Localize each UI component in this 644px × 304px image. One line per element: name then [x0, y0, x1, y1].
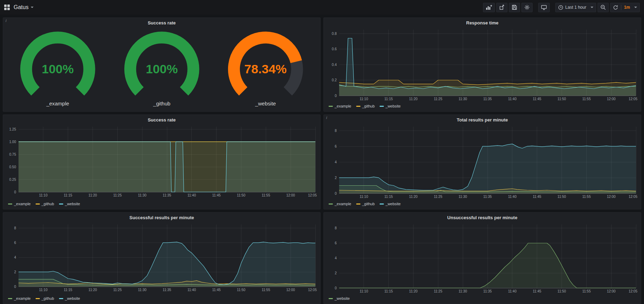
svg-text:11:15: 11:15 [64, 193, 73, 197]
svg-text:11:25: 11:25 [434, 97, 442, 101]
svg-text:12:05: 12:05 [308, 288, 317, 292]
svg-text:11:45: 11:45 [533, 289, 542, 293]
legend-item-_github[interactable]: _github [356, 202, 375, 206]
gauge-_website: 78.34%_website [216, 29, 315, 108]
share-icon [499, 5, 505, 10]
save-dashboard-button[interactable] [509, 3, 520, 12]
refresh-button[interactable]: 1m [610, 3, 640, 12]
svg-text:11:15: 11:15 [385, 97, 393, 101]
legend-item-_website[interactable]: _website [380, 202, 401, 206]
panel-title[interactable]: Success rate [6, 19, 317, 27]
chart-area[interactable]: 0246811:1011:1511:2011:2511:3011:3511:40… [327, 222, 638, 295]
svg-text:12:05: 12:05 [308, 193, 317, 197]
svg-text:12:00: 12:00 [286, 288, 295, 292]
svg-text:12:00: 12:00 [607, 289, 616, 293]
legend-item-_example[interactable]: _example [8, 202, 31, 206]
svg-text:11:10: 11:10 [39, 193, 48, 197]
svg-text:11:50: 11:50 [557, 289, 566, 293]
zoom-out-button[interactable] [598, 3, 609, 12]
svg-text:11:45: 11:45 [533, 97, 542, 101]
chart-area[interactable]: 00.250.500.751.001.2511:1011:1511:2011:2… [6, 124, 317, 201]
svg-text:0.50: 0.50 [9, 165, 16, 169]
panel-title[interactable]: Response time [327, 19, 638, 27]
svg-text:11:35: 11:35 [483, 195, 492, 199]
dashboard-title[interactable]: Gatus [14, 4, 29, 10]
legend-series-marker [36, 298, 40, 299]
svg-text:6: 6 [335, 241, 337, 245]
legend-item-_website[interactable]: _website [329, 296, 350, 301]
gauge-endpoint-label: _example [46, 101, 69, 106]
panel-successful-results: Successful results per minute 0246811:10… [3, 212, 321, 304]
svg-text:4: 4 [335, 160, 337, 164]
legend-item-_github[interactable]: _github [36, 202, 54, 206]
svg-text:11:10: 11:10 [39, 288, 48, 292]
svg-text:11:45: 11:45 [212, 288, 221, 292]
svg-text:11:55: 11:55 [262, 193, 270, 197]
svg-text:11:20: 11:20 [409, 97, 418, 101]
legend-series-marker [329, 203, 333, 205]
svg-text:11:50: 11:50 [237, 193, 246, 197]
chart-area[interactable]: 0246811:1011:1511:2011:2511:3011:3511:40… [327, 124, 638, 201]
gauge-value: 100% [146, 62, 177, 76]
dashboard-grid: i Success rate 100%_example100%_github78… [0, 15, 644, 304]
share-dashboard-button[interactable] [496, 3, 507, 12]
cycle-view-mode-button[interactable] [538, 3, 550, 12]
legend-item-_github[interactable]: _github [36, 296, 54, 301]
legend-series-marker [356, 106, 360, 107]
legend-item-_example[interactable]: _example [329, 202, 351, 206]
legend-series-name: _example [335, 104, 351, 108]
svg-text:0: 0 [335, 192, 337, 195]
svg-text:11:30: 11:30 [459, 289, 467, 293]
legend-series-name: _github [42, 296, 54, 301]
legend-series-marker [329, 106, 333, 107]
gauge-value: 78.34% [244, 62, 287, 76]
svg-text:0: 0 [14, 190, 16, 194]
svg-text:11:45: 11:45 [212, 193, 221, 197]
legend-series-name: _example [14, 296, 31, 301]
chart-canvas: 0246811:1011:1511:2011:2511:3011:3511:40… [327, 222, 638, 294]
panel-title[interactable]: Unsuccessful results per minute [327, 214, 638, 222]
search-minus-icon [600, 5, 606, 10]
svg-text:2: 2 [335, 271, 337, 275]
legend-item-_website[interactable]: _website [59, 202, 80, 206]
panel-info-icon[interactable]: i [326, 116, 327, 120]
legend-item-_example[interactable]: _example [8, 296, 31, 301]
dashboards-grid-icon[interactable] [4, 5, 10, 10]
panel-title[interactable]: Total results per minute [327, 116, 638, 124]
add-panel-button[interactable] [483, 3, 495, 12]
chart-canvas: 0246811:1011:1511:2011:2511:3011:3511:40… [327, 124, 638, 199]
svg-text:11:35: 11:35 [483, 97, 492, 101]
svg-text:11:30: 11:30 [138, 193, 147, 197]
panel-info-icon[interactable]: i [6, 18, 6, 23]
svg-text:6: 6 [14, 241, 16, 245]
svg-text:8: 8 [14, 226, 16, 230]
legend-item-_github[interactable]: _github [356, 104, 375, 108]
svg-text:11:50: 11:50 [557, 195, 566, 199]
svg-text:12:00: 12:00 [286, 193, 295, 197]
svg-text:11:15: 11:15 [64, 288, 73, 292]
legend-item-_website[interactable]: _website [59, 296, 80, 301]
svg-text:0.8: 0.8 [332, 32, 337, 36]
dashboard-settings-button[interactable] [521, 3, 533, 12]
svg-text:11:55: 11:55 [262, 288, 270, 292]
svg-text:11:35: 11:35 [163, 193, 171, 197]
svg-text:11:20: 11:20 [88, 193, 97, 197]
time-picker-button[interactable]: Last 1 hour [555, 3, 596, 12]
gauge-row: 100%_example100%_github78.34%_website [6, 27, 317, 109]
legend-item-_example[interactable]: _example [329, 104, 351, 108]
svg-text:8: 8 [335, 129, 337, 133]
legend-series-name: _website [386, 104, 401, 108]
legend-series-name: _website [335, 296, 350, 301]
legend-series-name: _github [362, 202, 375, 206]
legend-series-name: _github [362, 104, 375, 108]
chart-area[interactable]: 00.20.40.60.811:1011:1511:2011:2511:3011… [327, 27, 638, 103]
refresh-interval[interactable]: 1m [624, 5, 630, 10]
legend-item-_website[interactable]: _website [380, 104, 401, 108]
legend-series-name: _website [65, 202, 80, 206]
panel-title[interactable]: Successful results per minute [6, 214, 317, 222]
svg-text:11:30: 11:30 [138, 288, 147, 292]
chart-area[interactable]: 0246811:1011:1511:2011:2511:3011:3511:40… [6, 222, 317, 295]
legend-series-marker [329, 298, 333, 299]
panel-title[interactable]: Success rate [6, 116, 317, 124]
chevron-down-icon [634, 7, 637, 8]
